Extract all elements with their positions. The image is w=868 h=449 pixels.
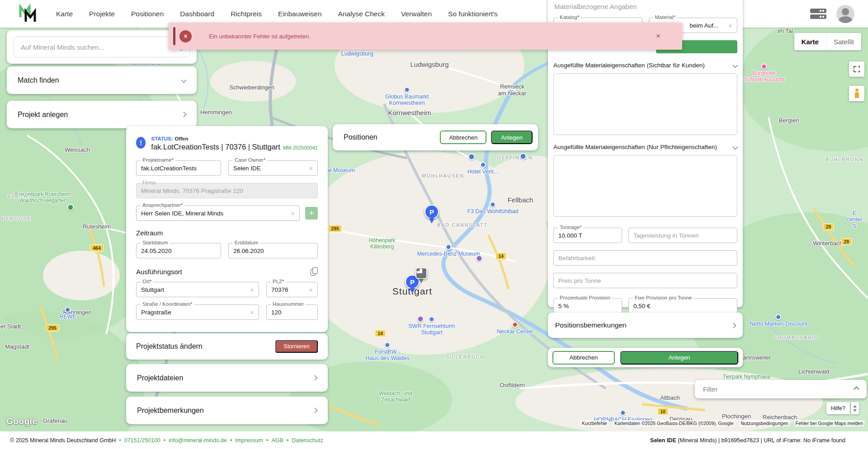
arrow-up-icon: [853, 405, 857, 407]
prozentuale-provision-field[interactable]: Prozentuale Provision 5 %: [553, 298, 622, 313]
project-id: MM-202500041: [283, 145, 318, 150]
position-pin-marker[interactable]: P: [424, 205, 439, 224]
firma-field: Firma Mineral Minds, 70376 Pragstraße 12…: [136, 183, 318, 198]
plz-field[interactable]: PLZ* 70376: [266, 282, 318, 297]
footer-link[interactable]: Datenschutz: [283, 437, 323, 444]
footer-link[interactable]: AGB: [263, 437, 283, 444]
nav-item-positionen[interactable]: Positionen: [131, 10, 164, 18]
road-badge: 10: [657, 408, 668, 415]
hilfe-button[interactable]: Hilfe?: [826, 402, 850, 414]
add-contact-button[interactable]: [305, 207, 318, 220]
map-type-satellit-button[interactable]: Satellit: [826, 33, 861, 50]
positionen-anlegen-button[interactable]: Anlegen: [491, 131, 533, 144]
road-badge: 29: [841, 238, 852, 245]
map-label: THOMASHARDT: [774, 335, 820, 340]
fixe-provision-field[interactable]: Fixe Provision pro Tonne 0,50 €: [628, 298, 737, 313]
material-abbrechen-button[interactable]: Abbrechen: [552, 351, 615, 365]
fullscreen-button[interactable]: [849, 61, 864, 77]
startdatum-field[interactable]: Startdatum 24.05.2020: [136, 243, 221, 258]
clear-icon[interactable]: [250, 286, 254, 293]
scroll-arrows[interactable]: [851, 402, 859, 414]
ansprechpartner-field[interactable]: Ansprechpartner* Herr Selen IDE, Mineral…: [136, 206, 300, 221]
case-owner-field[interactable]: Case Owner* Selen IDE: [228, 160, 318, 176]
positionen-abbrechen-button[interactable]: Abbrechen: [440, 131, 486, 144]
clear-icon[interactable]: [291, 210, 295, 217]
footer-link[interactable]: Impressum: [227, 437, 263, 444]
nav-item-dashboard[interactable]: Dashboard: [180, 10, 214, 18]
road-badge: 14: [375, 330, 386, 337]
positionsbemerkungen-accordion[interactable]: Positionsbemerkungen: [548, 313, 743, 338]
befahrbarkeit-field[interactable]: Befahrbarkeit:: [553, 250, 737, 266]
app-window: Hochdorf/EnzSchwieberdingenHemmingenLudw…: [0, 0, 868, 449]
toast-message: Ein unbekannter Fehler ist aufgetreten.: [209, 33, 311, 40]
props-kunden-box[interactable]: [553, 73, 737, 135]
search-input[interactable]: Auf Mineral Minds suchen...: [13, 37, 190, 57]
filter-bar[interactable]: Filter: [695, 380, 867, 398]
footer-link[interactable]: info@mineral-minds.de: [160, 437, 227, 444]
map-label: Neckar Center: [497, 322, 533, 335]
map-label: BAD CANNSTATT: [437, 222, 488, 228]
clear-icon[interactable]: [309, 286, 313, 293]
preis-pro-tonne-field[interactable]: Preis pro Tonne: [553, 273, 737, 288]
search-placeholder: Auf Mineral Minds suchen...: [21, 43, 104, 51]
building-marker[interactable]: [415, 267, 428, 285]
ort-field[interactable]: Ort* Stuttgart: [136, 282, 259, 297]
projektname-field[interactable]: Projektname* fak.LotCreationTests: [136, 160, 221, 176]
poi-dot: [520, 153, 527, 160]
footer: © 2025 Mineral Minds Deutschland GmbH 07…: [0, 431, 868, 449]
footer-link[interactable]: 07151/250100: [116, 437, 160, 444]
toast-close-icon[interactable]: [656, 32, 660, 40]
nav-item-projekte[interactable]: Projekte: [89, 10, 115, 18]
match-finden-accordion[interactable]: Match finden: [7, 66, 197, 94]
clear-icon[interactable]: [728, 22, 732, 29]
mineral-minds-logo[interactable]: [17, 3, 38, 25]
map-label: Magstadt: [5, 344, 29, 351]
nav-item-verwalten[interactable]: Verwalten: [401, 10, 432, 18]
hausnummer-field[interactable]: Hausnummer 120: [266, 304, 318, 320]
chevron-right-icon: [312, 375, 318, 381]
attribution-item[interactable]: Nutzungsbedingungen: [739, 420, 789, 426]
attribution-item[interactable]: Kartendaten ©2025 GeoBasis-DE/BKG (©2009…: [613, 420, 735, 426]
copy-icon[interactable]: [311, 267, 318, 276]
map-label: Ostfildern: [500, 382, 525, 389]
keyboard-icon[interactable]: [810, 8, 826, 20]
main-nav: KarteProjektePositionenDashboardRichtpre…: [56, 10, 498, 18]
pegman-button[interactable]: [849, 86, 864, 101]
nav-item-einbauweisen[interactable]: Einbauweisen: [278, 10, 322, 18]
tagesleistung-field[interactable]: Tagesleistung in Tonnen: [628, 228, 737, 243]
user-avatar[interactable]: [836, 5, 854, 23]
map-label: Tierpark Nymphaea: [723, 374, 770, 380]
projektdateien-accordion[interactable]: Projektdateien: [126, 364, 328, 392]
material-anlegen-button[interactable]: Anlegen: [620, 351, 738, 365]
map-label: Altbach: [660, 395, 679, 402]
nav-item-richtpreis[interactable]: Richtpreis: [231, 10, 262, 18]
projektbemerkungen-accordion[interactable]: Projektbemerkungen: [126, 397, 328, 424]
error-toast: Ein unbekannter Fehler ist aufgetreten.: [169, 23, 682, 50]
clear-icon[interactable]: [250, 309, 254, 316]
map-type-karte-button[interactable]: Karte: [794, 33, 826, 50]
chevron-right-icon: [312, 407, 318, 413]
project-title: fak.LotCreationTests | 70376 | Stuttgart…: [151, 143, 318, 151]
nav-item-analyse-check[interactable]: Analyse Check: [338, 10, 385, 18]
chevron-down-icon[interactable]: [732, 62, 738, 68]
chevron-down-icon[interactable]: [732, 144, 738, 150]
attribution-item[interactable]: Fehler bei Google Maps melden: [794, 420, 864, 426]
attribution-item[interactable]: Kurzbefehle: [580, 420, 609, 426]
map-label: MÜHLHAUSEN: [422, 173, 464, 178]
strasse-field[interactable]: Straße / Koordinaten* Pragstraße: [136, 304, 259, 320]
status-value: Offen: [175, 136, 188, 141]
nav-item-so-funktioniert-s[interactable]: So funktioniert's: [448, 10, 498, 18]
arrow-down-icon: [853, 409, 857, 412]
map-label: PEROUSE: [2, 216, 31, 221]
stornieren-button[interactable]: Stornieren: [275, 340, 318, 353]
enddatum-field[interactable]: Enddatum 26.06.2020: [228, 243, 318, 258]
props-pflicht-box[interactable]: [553, 155, 737, 217]
nav-item-karte[interactable]: Karte: [56, 10, 73, 18]
tonnage-field[interactable]: Tonnage* 10.000 T: [553, 228, 622, 243]
clear-icon[interactable]: [309, 165, 313, 172]
poi-dot: [476, 255, 483, 262]
chevron-right-icon: [181, 112, 187, 117]
projekt-anlegen-accordion[interactable]: Projekt anlegen: [7, 101, 197, 128]
map-label: Schwieberdingen: [229, 84, 274, 91]
map-label: ForstBW - Haus des Waldes: [365, 342, 410, 362]
